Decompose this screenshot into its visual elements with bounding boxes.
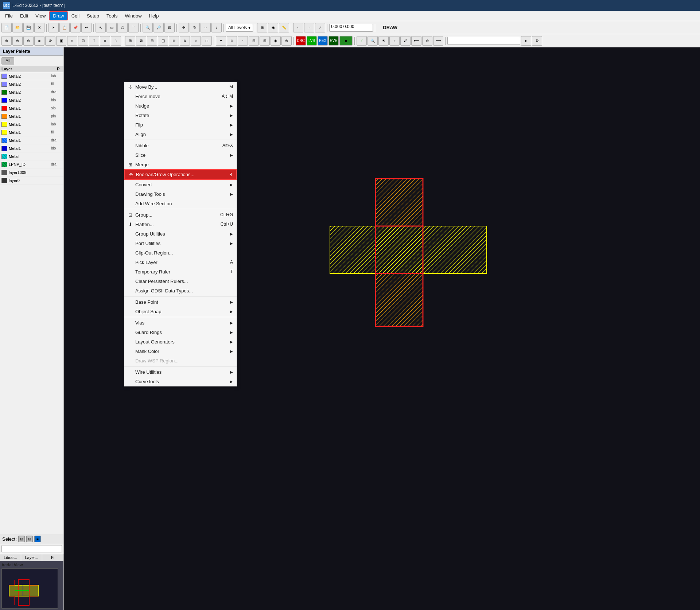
select-icon-1[interactable]: ⊡ [18, 536, 25, 542]
menu-entry-pick-layer[interactable]: Pick Layer A [124, 257, 237, 267]
tb2-19[interactable]: ◻ [202, 36, 212, 46]
menu-entry-layout-gen[interactable]: Layout Generators ▶ [124, 337, 237, 346]
tb-select[interactable]: ↖ [96, 23, 106, 32]
tb-flip-v[interactable]: ↕ [211, 23, 222, 32]
coord-input[interactable]: 0.000 0.000 [329, 24, 373, 32]
tb-forward[interactable]: → [304, 23, 314, 32]
tb2-11[interactable]: ⌇ [111, 36, 121, 46]
tb2-3[interactable]: ⊘ [23, 36, 34, 46]
tb2-13[interactable]: ⊠ [136, 36, 146, 46]
tb-cut[interactable]: ✂ [48, 23, 59, 32]
menu-entry-clip-out[interactable]: Clip-Out Region... [124, 248, 237, 257]
tb2-21[interactable]: ⊛ [227, 36, 237, 46]
tb-new[interactable]: 📄 [1, 23, 12, 32]
menu-entry-align[interactable]: Align ▶ [124, 129, 237, 139]
tb-zoom-in[interactable]: 🔍 [143, 23, 153, 32]
tb2-sun2[interactable]: ☼ [389, 36, 400, 46]
menu-entry-flip[interactable]: Flip ▶ [124, 120, 237, 129]
tb-undo[interactable]: ↩ [81, 23, 92, 32]
tb-snap[interactable]: ◉ [268, 23, 278, 32]
list-item[interactable]: layer0 [0, 176, 63, 184]
list-item[interactable]: Metal1 blo [0, 144, 63, 152]
select-icon-2[interactable]: ⊟ [26, 536, 33, 542]
tb-copy[interactable]: 📋 [59, 23, 70, 32]
select-icon-3[interactable]: ■ [34, 536, 41, 542]
list-item[interactable]: Metal1 pin [0, 112, 63, 120]
tb2-15[interactable]: ◫ [158, 36, 168, 46]
list-item[interactable]: Metal1 dra [0, 136, 63, 144]
tb-rect[interactable]: ▭ [106, 23, 117, 32]
menu-entry-guard-rings[interactable]: Guard Rings ▶ [124, 327, 237, 337]
tb2-green[interactable]: ■ [339, 36, 353, 46]
list-item[interactable]: Metal1 fill [0, 128, 63, 136]
tb2-5[interactable]: ⟳ [45, 36, 55, 46]
tb-zoom-out[interactable]: 🔎 [153, 23, 164, 32]
menu-tools[interactable]: Tools [103, 12, 121, 20]
tb2-24[interactable]: ⊞ [260, 36, 270, 46]
layer-search[interactable] [1, 545, 62, 552]
list-item[interactable]: Metal1 slo [0, 104, 63, 112]
tb2-8[interactable]: ⊡ [78, 36, 88, 46]
tb2-20[interactable]: ✦ [216, 36, 226, 46]
tb2-25[interactable]: ◉ [271, 36, 281, 46]
tb-flip-h[interactable]: ↔ [201, 23, 211, 32]
list-item[interactable]: Metal [0, 152, 63, 160]
menu-entry-clear-rulers[interactable]: Clear Persistent Rulers... [124, 276, 237, 286]
search-toolbar[interactable] [447, 37, 520, 45]
tb2-check[interactable]: ✓ [357, 36, 367, 46]
tb2-2[interactable]: ⊗ [12, 36, 23, 46]
menu-entry-slice[interactable]: Slice ▶ [124, 150, 237, 160]
tb2-17[interactable]: ⊗ [180, 36, 190, 46]
tb2-9[interactable]: T [89, 36, 99, 46]
tb2-paint[interactable]: 🖌 [400, 36, 411, 46]
tb2-sun3[interactable]: ⊙ [422, 36, 432, 46]
tb2-zoom[interactable]: 🔍 [368, 36, 378, 46]
menu-draw[interactable]: Draw [49, 12, 67, 20]
menu-entry-port-utilities[interactable]: Port Utilities ▶ [124, 238, 237, 248]
menu-entry-mask-color[interactable]: Mask Color ▶ [124, 346, 237, 356]
tb2-1[interactable]: ⊕ [1, 36, 12, 46]
tb2-back2[interactable]: ⟵ [411, 36, 421, 46]
tb2-6[interactable]: ▣ [56, 36, 66, 46]
menu-entry-wire-utilities[interactable]: Wire Utilities ▶ [124, 367, 237, 377]
list-item[interactable]: Metal2 blo [0, 96, 63, 104]
tb-poly[interactable]: ⬠ [117, 23, 128, 32]
menu-file[interactable]: File [1, 12, 16, 20]
menu-entry-add-wire[interactable]: Add Wire Section [124, 199, 237, 208]
tb2-12[interactable]: ⊞ [125, 36, 135, 46]
tb2-10[interactable]: ≡ [100, 36, 110, 46]
menu-entry-drawing-tools[interactable]: Drawing Tools ▶ [124, 189, 237, 199]
tab-layer[interactable]: Layer... [21, 554, 42, 561]
menu-entry-group[interactable]: ⊡ Group... Ctrl+G [124, 210, 237, 219]
menu-entry-boolean[interactable]: ⊕ Boolean/Grow Operations... B [124, 169, 237, 180]
tab-library[interactable]: Librar... [0, 554, 21, 561]
canvas-area[interactable]: ⊹ Move By... M Force move Alt+M Nudge ▶ … [64, 47, 700, 610]
tb-ruler[interactable]: 📏 [279, 23, 289, 32]
tb2-search-go[interactable]: ▸ [521, 36, 531, 46]
menu-entry-assign-gdsii[interactable]: Assign GDSII Data Types... [124, 286, 237, 295]
tb2-4[interactable]: ◈ [34, 36, 44, 46]
tb-open[interactable]: 📂 [12, 23, 23, 32]
menu-entry-nibble[interactable]: Nibble Alt+X [124, 141, 237, 150]
tb-paste[interactable]: 📌 [70, 23, 81, 32]
menu-entry-base-point[interactable]: Base Point ▶ [124, 297, 237, 307]
tb2-sun[interactable]: ☀ [378, 36, 389, 46]
tb2-7[interactable]: ⌗ [67, 36, 77, 46]
tb-path[interactable]: ⌒ [128, 23, 139, 32]
menu-window[interactable]: Window [121, 12, 145, 20]
menu-edit[interactable]: Edit [16, 12, 32, 20]
menu-entry-convert[interactable]: Convert ▶ [124, 180, 237, 189]
tb2-drc[interactable]: DRC [296, 36, 306, 46]
tab-fi[interactable]: Fi [42, 554, 63, 561]
tb2-18[interactable]: ○ [191, 36, 201, 46]
tb-grid[interactable]: ⊞ [257, 23, 267, 32]
tb2-14[interactable]: ⊟ [147, 36, 157, 46]
tb-fit[interactable]: ⊡ [164, 23, 175, 32]
menu-entry-curve-tools[interactable]: CurveTools ▶ [124, 377, 237, 386]
list-item[interactable]: LPNP_ID dra [0, 160, 63, 168]
menu-setup[interactable]: Setup [83, 12, 103, 20]
tb-drc[interactable]: ✓ [315, 23, 325, 32]
menu-entry-object-snap[interactable]: Object Snap ▶ [124, 307, 237, 316]
list-item[interactable]: Metal1 lab [0, 120, 63, 128]
list-item[interactable]: Metal2 fill [0, 80, 63, 88]
